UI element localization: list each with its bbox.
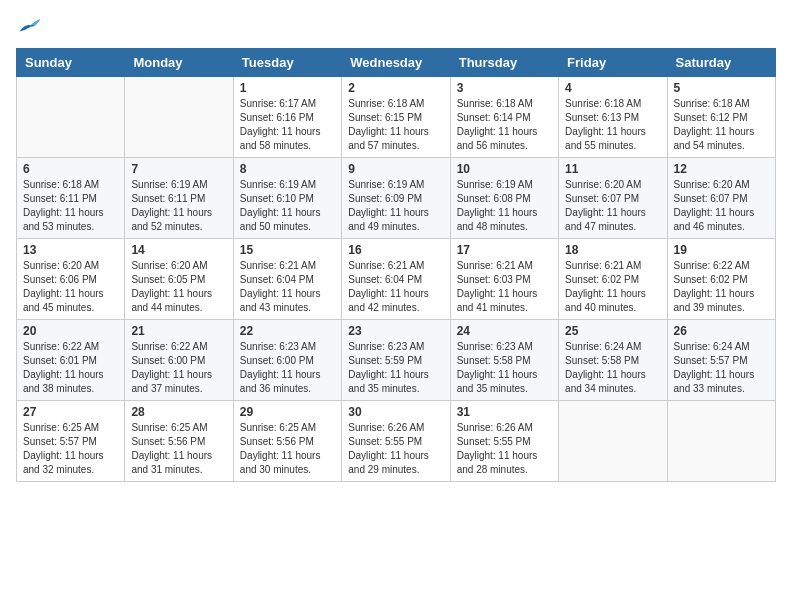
calendar-cell: 21 Sunrise: 6:22 AM Sunset: 6:00 PM Dayl… [125, 320, 233, 401]
sunrise-text: Sunrise: 6:21 AM [565, 259, 660, 273]
sunset-text: Sunset: 6:13 PM [565, 111, 660, 125]
sunrise-text: Sunrise: 6:21 AM [240, 259, 335, 273]
sunset-text: Sunset: 6:07 PM [565, 192, 660, 206]
day-number: 29 [240, 405, 335, 419]
sunrise-text: Sunrise: 6:25 AM [240, 421, 335, 435]
day-number: 19 [674, 243, 769, 257]
sunset-text: Sunset: 5:57 PM [23, 435, 118, 449]
sunrise-text: Sunrise: 6:23 AM [457, 340, 552, 354]
day-number: 10 [457, 162, 552, 176]
daylight-text: Daylight: 11 hours and 34 minutes. [565, 368, 660, 396]
sunset-text: Sunset: 6:09 PM [348, 192, 443, 206]
daylight-text: Daylight: 11 hours and 53 minutes. [23, 206, 118, 234]
day-number: 1 [240, 81, 335, 95]
cell-content: Sunrise: 6:19 AM Sunset: 6:11 PM Dayligh… [131, 178, 226, 234]
calendar-cell: 19 Sunrise: 6:22 AM Sunset: 6:02 PM Dayl… [667, 239, 775, 320]
cell-content: Sunrise: 6:18 AM Sunset: 6:12 PM Dayligh… [674, 97, 769, 153]
calendar-cell: 30 Sunrise: 6:26 AM Sunset: 5:55 PM Dayl… [342, 401, 450, 482]
calendar-week-row: 13 Sunrise: 6:20 AM Sunset: 6:06 PM Dayl… [17, 239, 776, 320]
sunset-text: Sunset: 6:04 PM [240, 273, 335, 287]
sunset-text: Sunset: 6:01 PM [23, 354, 118, 368]
sunrise-text: Sunrise: 6:20 AM [565, 178, 660, 192]
day-number: 11 [565, 162, 660, 176]
day-number: 16 [348, 243, 443, 257]
sunrise-text: Sunrise: 6:25 AM [23, 421, 118, 435]
cell-content: Sunrise: 6:21 AM Sunset: 6:03 PM Dayligh… [457, 259, 552, 315]
daylight-text: Daylight: 11 hours and 47 minutes. [565, 206, 660, 234]
calendar-cell: 8 Sunrise: 6:19 AM Sunset: 6:10 PM Dayli… [233, 158, 341, 239]
day-number: 25 [565, 324, 660, 338]
calendar-cell: 10 Sunrise: 6:19 AM Sunset: 6:08 PM Dayl… [450, 158, 558, 239]
sunset-text: Sunset: 6:11 PM [131, 192, 226, 206]
logo-bird-icon [18, 16, 42, 36]
sunset-text: Sunset: 6:00 PM [131, 354, 226, 368]
calendar-cell: 23 Sunrise: 6:23 AM Sunset: 5:59 PM Dayl… [342, 320, 450, 401]
sunrise-text: Sunrise: 6:18 AM [565, 97, 660, 111]
day-number: 2 [348, 81, 443, 95]
sunset-text: Sunset: 6:00 PM [240, 354, 335, 368]
daylight-text: Daylight: 11 hours and 37 minutes. [131, 368, 226, 396]
daylight-text: Daylight: 11 hours and 49 minutes. [348, 206, 443, 234]
calendar-cell: 7 Sunrise: 6:19 AM Sunset: 6:11 PM Dayli… [125, 158, 233, 239]
daylight-text: Daylight: 11 hours and 55 minutes. [565, 125, 660, 153]
sunset-text: Sunset: 6:03 PM [457, 273, 552, 287]
daylight-text: Daylight: 11 hours and 32 minutes. [23, 449, 118, 477]
calendar-cell: 6 Sunrise: 6:18 AM Sunset: 6:11 PM Dayli… [17, 158, 125, 239]
day-number: 9 [348, 162, 443, 176]
calendar-week-row: 27 Sunrise: 6:25 AM Sunset: 5:57 PM Dayl… [17, 401, 776, 482]
day-number: 4 [565, 81, 660, 95]
day-number: 24 [457, 324, 552, 338]
day-number: 13 [23, 243, 118, 257]
calendar-cell [559, 401, 667, 482]
sunset-text: Sunset: 5:58 PM [457, 354, 552, 368]
cell-content: Sunrise: 6:25 AM Sunset: 5:56 PM Dayligh… [240, 421, 335, 477]
sunrise-text: Sunrise: 6:18 AM [674, 97, 769, 111]
sunset-text: Sunset: 6:04 PM [348, 273, 443, 287]
day-number: 20 [23, 324, 118, 338]
daylight-text: Daylight: 11 hours and 45 minutes. [23, 287, 118, 315]
calendar-cell: 9 Sunrise: 6:19 AM Sunset: 6:09 PM Dayli… [342, 158, 450, 239]
weekday-header-thursday: Thursday [450, 49, 558, 77]
sunrise-text: Sunrise: 6:24 AM [674, 340, 769, 354]
sunrise-text: Sunrise: 6:26 AM [457, 421, 552, 435]
calendar-cell: 31 Sunrise: 6:26 AM Sunset: 5:55 PM Dayl… [450, 401, 558, 482]
sunrise-text: Sunrise: 6:17 AM [240, 97, 335, 111]
weekday-header-tuesday: Tuesday [233, 49, 341, 77]
calendar-cell: 26 Sunrise: 6:24 AM Sunset: 5:57 PM Dayl… [667, 320, 775, 401]
sunset-text: Sunset: 6:05 PM [131, 273, 226, 287]
calendar-cell: 29 Sunrise: 6:25 AM Sunset: 5:56 PM Dayl… [233, 401, 341, 482]
cell-content: Sunrise: 6:22 AM Sunset: 6:01 PM Dayligh… [23, 340, 118, 396]
calendar-week-row: 1 Sunrise: 6:17 AM Sunset: 6:16 PM Dayli… [17, 77, 776, 158]
daylight-text: Daylight: 11 hours and 54 minutes. [674, 125, 769, 153]
daylight-text: Daylight: 11 hours and 46 minutes. [674, 206, 769, 234]
daylight-text: Daylight: 11 hours and 36 minutes. [240, 368, 335, 396]
sunrise-text: Sunrise: 6:19 AM [240, 178, 335, 192]
sunset-text: Sunset: 6:16 PM [240, 111, 335, 125]
sunrise-text: Sunrise: 6:19 AM [131, 178, 226, 192]
cell-content: Sunrise: 6:20 AM Sunset: 6:07 PM Dayligh… [565, 178, 660, 234]
cell-content: Sunrise: 6:23 AM Sunset: 5:58 PM Dayligh… [457, 340, 552, 396]
cell-content: Sunrise: 6:22 AM Sunset: 6:00 PM Dayligh… [131, 340, 226, 396]
day-number: 27 [23, 405, 118, 419]
page-header [16, 16, 776, 36]
daylight-text: Daylight: 11 hours and 56 minutes. [457, 125, 552, 153]
cell-content: Sunrise: 6:19 AM Sunset: 6:10 PM Dayligh… [240, 178, 335, 234]
calendar-cell [667, 401, 775, 482]
daylight-text: Daylight: 11 hours and 52 minutes. [131, 206, 226, 234]
cell-content: Sunrise: 6:23 AM Sunset: 5:59 PM Dayligh… [348, 340, 443, 396]
day-number: 28 [131, 405, 226, 419]
daylight-text: Daylight: 11 hours and 31 minutes. [131, 449, 226, 477]
sunset-text: Sunset: 5:55 PM [348, 435, 443, 449]
calendar-cell: 12 Sunrise: 6:20 AM Sunset: 6:07 PM Dayl… [667, 158, 775, 239]
calendar-cell: 4 Sunrise: 6:18 AM Sunset: 6:13 PM Dayli… [559, 77, 667, 158]
day-number: 23 [348, 324, 443, 338]
calendar-cell: 16 Sunrise: 6:21 AM Sunset: 6:04 PM Dayl… [342, 239, 450, 320]
logo [16, 16, 42, 36]
cell-content: Sunrise: 6:21 AM Sunset: 6:04 PM Dayligh… [240, 259, 335, 315]
weekday-header-row: SundayMondayTuesdayWednesdayThursdayFrid… [17, 49, 776, 77]
sunset-text: Sunset: 6:10 PM [240, 192, 335, 206]
weekday-header-saturday: Saturday [667, 49, 775, 77]
calendar-cell: 15 Sunrise: 6:21 AM Sunset: 6:04 PM Dayl… [233, 239, 341, 320]
cell-content: Sunrise: 6:25 AM Sunset: 5:56 PM Dayligh… [131, 421, 226, 477]
sunset-text: Sunset: 6:11 PM [23, 192, 118, 206]
